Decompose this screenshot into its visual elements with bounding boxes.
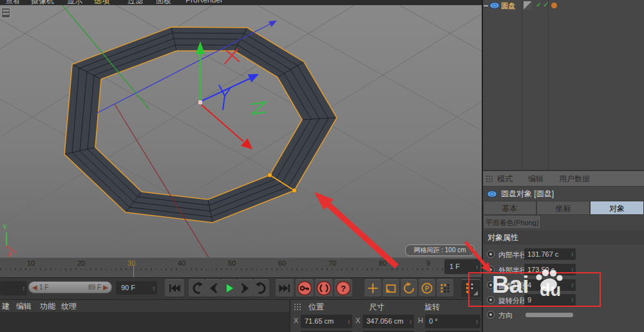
- selected-point-outer[interactable]: [292, 189, 296, 192]
- range-left-arrow-icon[interactable]: ◀: [32, 282, 37, 293]
- material-list-area[interactable]: [0, 312, 289, 332]
- preview-range-slider[interactable]: ◀ 1 F 89 F ▶: [28, 281, 112, 293]
- object-manager[interactable]: 圆盘 ✓ ✓: [483, 0, 644, 170]
- coordinates-panel: 位置 尺寸 旋转 X 71.65 cm↕ X 347.056 cm↕ H 0 °…: [290, 299, 482, 332]
- spinner-icon[interactable]: ↕: [571, 248, 574, 260]
- record-rotation-button[interactable]: [401, 279, 417, 297]
- gizmo-x-arrowhead[interactable]: [241, 138, 252, 149]
- goto-end-button[interactable]: [276, 279, 294, 297]
- ruler-tick: 9: [426, 259, 430, 267]
- object-row-disc[interactable]: 圆盘 ✓ ✓: [483, 0, 644, 11]
- previous-key-icon: [190, 281, 204, 295]
- ruler-tick-current: 30: [128, 259, 135, 267]
- expand-dash-icon[interactable]: [484, 5, 488, 6]
- next-frame-button[interactable]: [237, 279, 253, 297]
- current-frame-field[interactable]: 1 F↕: [444, 259, 480, 274]
- position-x-field[interactable]: 71.65 cm↕: [301, 315, 352, 328]
- next-frame-icon: [238, 281, 252, 295]
- viewport-canvas: Y X: [0, 5, 482, 257]
- spinner-icon[interactable]: ↕: [571, 294, 574, 306]
- mat-menu-edit[interactable]: 编辑: [16, 301, 32, 312]
- spinner-icon[interactable]: ↕: [476, 315, 479, 328]
- record-keyframe-button[interactable]: [296, 279, 314, 297]
- rotation-icon: [402, 281, 416, 295]
- panel-grip-icon[interactable]: [294, 303, 301, 311]
- coords-header-position: 位置: [308, 302, 324, 313]
- am-menu-edit[interactable]: 编辑: [528, 174, 544, 185]
- mat-menu-create[interactable]: 建: [2, 301, 10, 312]
- goto-start-icon: [167, 281, 182, 295]
- mat-menu-texture[interactable]: 纹理: [61, 301, 77, 312]
- keyframe-radio[interactable]: [487, 281, 495, 289]
- menu-display[interactable]: 显示: [67, 0, 82, 5]
- menu-options[interactable]: 选项: [94, 0, 109, 5]
- orientation-field[interactable]: [526, 313, 573, 317]
- keying-selection-button[interactable]: [461, 279, 480, 297]
- keyframe-radio[interactable]: [487, 250, 495, 258]
- previous-frame-button[interactable]: [205, 279, 221, 297]
- record-parameter-button[interactable]: P: [419, 279, 435, 297]
- keyframe-radio[interactable]: [487, 311, 495, 318]
- spinner-icon[interactable]: ↕: [571, 264, 574, 275]
- object-name-label[interactable]: 圆盘: [501, 1, 515, 11]
- play-button[interactable]: [221, 279, 237, 297]
- object-properties-header: 对象属性: [483, 230, 644, 244]
- attribute-row-disc-segments: 圆盘分段 4↕: [483, 279, 644, 293]
- menu-prorender[interactable]: ProRender: [185, 0, 223, 5]
- tab-basic[interactable]: 基本: [483, 201, 536, 215]
- previous-key-button[interactable]: [189, 279, 205, 297]
- tab-coordinates[interactable]: 坐标: [536, 201, 590, 215]
- menu-view[interactable]: 查看: [5, 0, 21, 5]
- end-frame-field[interactable]: 90 F↕: [116, 281, 157, 295]
- cinema4d-window: 查看 摄像机 显示 选项 过滤 面板 ProRender: [0, 0, 644, 332]
- range-right-arrow-icon[interactable]: ▶: [103, 282, 108, 293]
- spinner-icon[interactable]: ↕: [476, 259, 479, 274]
- am-menu-userdata[interactable]: 用户数据: [559, 174, 590, 185]
- rotation-segments-field[interactable]: 9↕: [524, 294, 576, 306]
- spinner-icon[interactable]: ↕: [348, 315, 351, 328]
- menu-cameras[interactable]: 摄像机: [31, 0, 54, 5]
- record-position-button[interactable]: [365, 279, 381, 297]
- record-scale-button[interactable]: [383, 279, 399, 297]
- menu-filter[interactable]: 过滤: [128, 0, 143, 5]
- goto-start-button[interactable]: [165, 279, 184, 297]
- size-x-field[interactable]: 347.056 cm↕: [363, 315, 414, 328]
- corner-axes: Y X: [3, 224, 17, 257]
- outer-radius-field[interactable]: 173.50 c↕: [524, 264, 576, 275]
- display-color-dot[interactable]: [551, 3, 557, 8]
- panel-grip-icon[interactable]: [486, 175, 493, 183]
- render-check-icon[interactable]: ✓: [543, 1, 549, 9]
- axis-label: X: [355, 317, 360, 324]
- viewport-3d[interactable]: Y X: [0, 5, 482, 257]
- current-frame-marker[interactable]: [133, 265, 134, 277]
- start-frame-field[interactable]: ↕: [0, 281, 27, 295]
- spinner-icon[interactable]: ↕: [153, 281, 156, 295]
- viewport-menu-icon[interactable]: [1, 8, 10, 18]
- next-key-button[interactable]: [253, 279, 269, 297]
- keying-help-button[interactable]: ?: [334, 279, 352, 297]
- autokeying-button[interactable]: [315, 279, 333, 297]
- tab-object[interactable]: 对象: [590, 201, 644, 215]
- keyframe-radio[interactable]: [487, 296, 495, 304]
- record-key-icon: [297, 281, 312, 296]
- rotation-h-field[interactable]: 0 °↕: [425, 315, 480, 328]
- spinner-icon[interactable]: ↕: [571, 279, 574, 291]
- spinner-icon[interactable]: ↕: [410, 315, 413, 328]
- timeline-ruler[interactable]: 10 20 30 40 50 60 70 80 9: [0, 257, 482, 277]
- selected-point-inner[interactable]: [268, 173, 272, 177]
- layer-state-icon[interactable]: [524, 1, 532, 10]
- keyframe-radio[interactable]: [487, 266, 495, 273]
- axis-label: X: [294, 317, 298, 324]
- om-column-divider: [548, 0, 549, 170]
- visibility-check-icon[interactable]: ✓: [536, 1, 542, 9]
- disc-segments-field[interactable]: 4↕: [524, 279, 576, 291]
- axis-label-z: [251, 102, 267, 114]
- spinner-icon[interactable]: ↕: [23, 285, 26, 291]
- am-menu-mode[interactable]: 模式: [497, 174, 513, 185]
- record-pla-button[interactable]: [437, 279, 453, 297]
- mat-menu-function[interactable]: 功能: [40, 301, 55, 312]
- menu-panel[interactable]: 面板: [156, 0, 171, 5]
- inner-radius-field[interactable]: 131.767 c↕: [524, 248, 576, 260]
- ruler-tick: 10: [27, 259, 35, 267]
- tab-phong[interactable]: 平滑着色(Phong): [483, 215, 541, 229]
